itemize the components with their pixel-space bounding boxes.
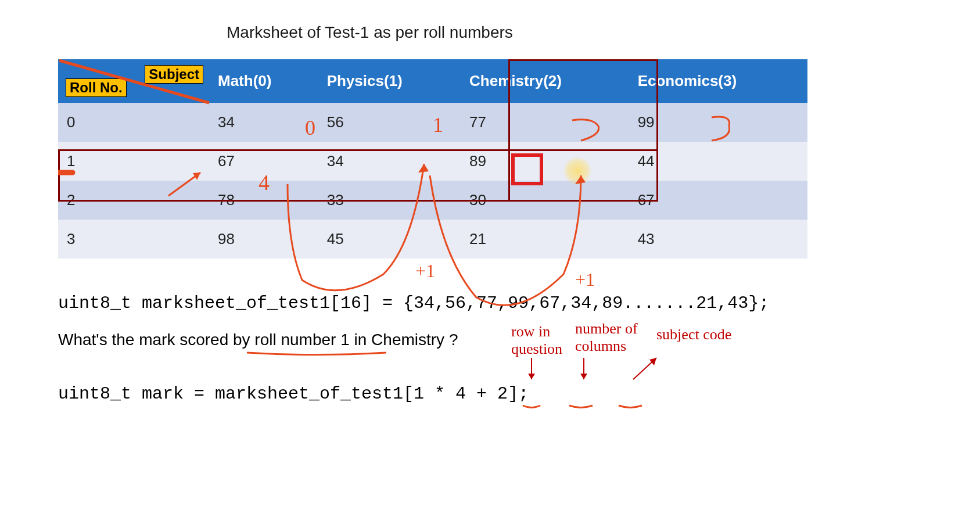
code-formula: uint8_t mark = marksheet_of_test1[1 * 4 … [58,384,934,404]
table-row: 1 67 34 89 44 [58,142,807,181]
formula-row: row inquestion number ofcolumns subject … [58,384,934,404]
data-cell: 45 [318,220,461,259]
table-wrapper: Subject Roll No. Math(0) Physics(1) Chem… [58,59,934,259]
roll-cell: 3 [58,220,209,259]
data-cell: 44 [629,142,807,181]
question-text: What's the mark scored by roll number 1 … [58,331,934,349]
data-cell: 30 [461,181,629,220]
plus-one-b: +1 [575,269,595,290]
formula-underlines [58,403,755,420]
header-chemistry: Chemistry(2) [461,59,629,103]
data-cell: 99 [629,103,807,142]
header-economics: Economics(3) [629,59,807,103]
data-cell: 67 [629,181,807,220]
table-header-row: Subject Roll No. Math(0) Physics(1) Chem… [58,59,807,103]
data-cell: 21 [461,220,629,259]
roll-cell: 1 [58,142,209,181]
roll-cell: 0 [58,103,209,142]
data-cell: 98 [209,220,318,259]
corner-header: Subject Roll No. [58,59,209,103]
header-math: Math(0) [209,59,318,103]
data-cell: 34 [209,103,318,142]
table-row: 3 98 45 21 43 [58,220,807,259]
table-row: 2 78 33 30 67 [58,181,807,220]
page-title: Marksheet of Test-1 as per roll numbers [227,23,934,42]
code-section: uint8_t marksheet_of_test1[16] = {34,56,… [58,293,934,404]
data-cell: 43 [629,220,807,259]
subject-label: Subject [145,65,203,84]
header-physics: Physics(1) [318,59,461,103]
data-cell: 89 [461,142,629,181]
data-cell: 33 [318,181,461,220]
code-declaration: uint8_t marksheet_of_test1[16] = {34,56,… [58,293,934,313]
label-columns: number ofcolumns [575,320,638,355]
data-cell: 77 [461,103,629,142]
data-cell: 56 [318,103,461,142]
label-row: row inquestion [511,323,562,358]
question-content: What's the mark scored by roll number 1 … [58,331,458,349]
data-cell: 78 [209,181,318,220]
plus-one-a: +1 [415,260,435,281]
data-cell: 34 [318,142,461,181]
roll-cell: 2 [58,181,209,220]
table-row: 0 34 56 77 99 [58,103,807,142]
roll-label: Roll No. [66,78,127,97]
marksheet-table: Subject Roll No. Math(0) Physics(1) Chem… [58,59,807,259]
label-subject: subject code [656,326,731,343]
data-cell: 67 [209,142,318,181]
